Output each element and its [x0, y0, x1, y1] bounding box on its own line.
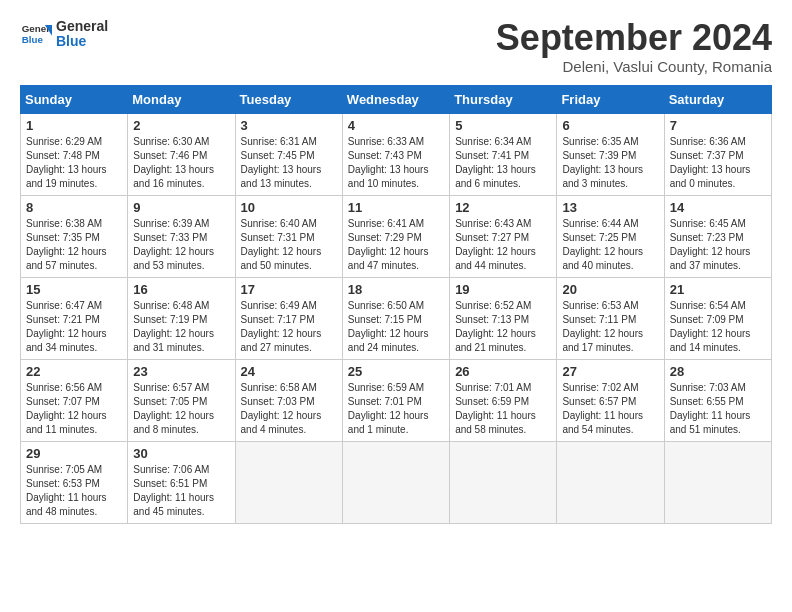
- empty-cell: [450, 441, 557, 523]
- logo-general-text: General: [56, 19, 108, 34]
- day-28: 28 Sunrise: 7:03 AMSunset: 6:55 PMDaylig…: [664, 359, 771, 441]
- header-row: Sunday Monday Tuesday Wednesday Thursday…: [21, 85, 772, 113]
- empty-cell: [235, 441, 342, 523]
- day-10: 10 Sunrise: 6:40 AMSunset: 7:31 PMDaylig…: [235, 195, 342, 277]
- day-24: 24 Sunrise: 6:58 AMSunset: 7:03 PMDaylig…: [235, 359, 342, 441]
- header: General Blue General Blue September 2024…: [20, 18, 772, 75]
- day-26: 26 Sunrise: 7:01 AMSunset: 6:59 PMDaylig…: [450, 359, 557, 441]
- day-29: 29 Sunrise: 7:05 AMSunset: 6:53 PMDaylig…: [21, 441, 128, 523]
- day-22: 22 Sunrise: 6:56 AMSunset: 7:07 PMDaylig…: [21, 359, 128, 441]
- page: General Blue General Blue September 2024…: [0, 0, 792, 534]
- col-sunday: Sunday: [21, 85, 128, 113]
- day-6: 6 Sunrise: 6:35 AMSunset: 7:39 PMDayligh…: [557, 113, 664, 195]
- day-18: 18 Sunrise: 6:50 AMSunset: 7:15 PMDaylig…: [342, 277, 449, 359]
- day-2: 2 Sunrise: 6:30 AMSunset: 7:46 PMDayligh…: [128, 113, 235, 195]
- day-27: 27 Sunrise: 7:02 AMSunset: 6:57 PMDaylig…: [557, 359, 664, 441]
- empty-cell: [557, 441, 664, 523]
- generalblue-logo-icon: General Blue: [20, 18, 52, 50]
- table-row: 1 Sunrise: 6:29 AMSunset: 7:48 PMDayligh…: [21, 113, 772, 195]
- logo-blue-text: Blue: [56, 34, 108, 49]
- title-block: September 2024 Deleni, Vaslui County, Ro…: [496, 18, 772, 75]
- day-23: 23 Sunrise: 6:57 AMSunset: 7:05 PMDaylig…: [128, 359, 235, 441]
- empty-cell: [664, 441, 771, 523]
- calendar-table: Sunday Monday Tuesday Wednesday Thursday…: [20, 85, 772, 524]
- day-30: 30 Sunrise: 7:06 AMSunset: 6:51 PMDaylig…: [128, 441, 235, 523]
- day-20: 20 Sunrise: 6:53 AMSunset: 7:11 PMDaylig…: [557, 277, 664, 359]
- col-tuesday: Tuesday: [235, 85, 342, 113]
- day-8: 8 Sunrise: 6:38 AMSunset: 7:35 PMDayligh…: [21, 195, 128, 277]
- table-row: 29 Sunrise: 7:05 AMSunset: 6:53 PMDaylig…: [21, 441, 772, 523]
- month-title: September 2024: [496, 18, 772, 58]
- col-thursday: Thursday: [450, 85, 557, 113]
- day-21: 21 Sunrise: 6:54 AMSunset: 7:09 PMDaylig…: [664, 277, 771, 359]
- logo: General Blue General Blue: [20, 18, 108, 50]
- day-1: 1 Sunrise: 6:29 AMSunset: 7:48 PMDayligh…: [21, 113, 128, 195]
- day-25: 25 Sunrise: 6:59 AMSunset: 7:01 PMDaylig…: [342, 359, 449, 441]
- col-wednesday: Wednesday: [342, 85, 449, 113]
- table-row: 15 Sunrise: 6:47 AMSunset: 7:21 PMDaylig…: [21, 277, 772, 359]
- empty-cell: [342, 441, 449, 523]
- table-row: 22 Sunrise: 6:56 AMSunset: 7:07 PMDaylig…: [21, 359, 772, 441]
- day-13: 13 Sunrise: 6:44 AMSunset: 7:25 PMDaylig…: [557, 195, 664, 277]
- day-17: 17 Sunrise: 6:49 AMSunset: 7:17 PMDaylig…: [235, 277, 342, 359]
- day-3: 3 Sunrise: 6:31 AMSunset: 7:45 PMDayligh…: [235, 113, 342, 195]
- col-monday: Monday: [128, 85, 235, 113]
- col-saturday: Saturday: [664, 85, 771, 113]
- day-12: 12 Sunrise: 6:43 AMSunset: 7:27 PMDaylig…: [450, 195, 557, 277]
- day-15: 15 Sunrise: 6:47 AMSunset: 7:21 PMDaylig…: [21, 277, 128, 359]
- col-friday: Friday: [557, 85, 664, 113]
- day-14: 14 Sunrise: 6:45 AMSunset: 7:23 PMDaylig…: [664, 195, 771, 277]
- table-row: 8 Sunrise: 6:38 AMSunset: 7:35 PMDayligh…: [21, 195, 772, 277]
- day-11: 11 Sunrise: 6:41 AMSunset: 7:29 PMDaylig…: [342, 195, 449, 277]
- location-subtitle: Deleni, Vaslui County, Romania: [496, 58, 772, 75]
- day-5: 5 Sunrise: 6:34 AMSunset: 7:41 PMDayligh…: [450, 113, 557, 195]
- day-4: 4 Sunrise: 6:33 AMSunset: 7:43 PMDayligh…: [342, 113, 449, 195]
- day-19: 19 Sunrise: 6:52 AMSunset: 7:13 PMDaylig…: [450, 277, 557, 359]
- day-9: 9 Sunrise: 6:39 AMSunset: 7:33 PMDayligh…: [128, 195, 235, 277]
- svg-text:Blue: Blue: [22, 34, 44, 45]
- day-7: 7 Sunrise: 6:36 AMSunset: 7:37 PMDayligh…: [664, 113, 771, 195]
- day-16: 16 Sunrise: 6:48 AMSunset: 7:19 PMDaylig…: [128, 277, 235, 359]
